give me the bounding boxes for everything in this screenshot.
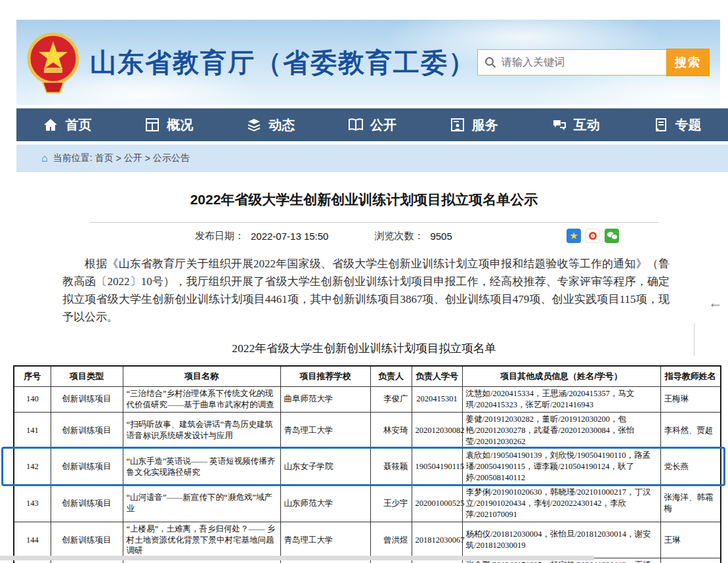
col-header-leader: 负责人	[370, 366, 412, 387]
search-input[interactable]	[502, 56, 660, 68]
col-header-members: 项目其他成员信息（姓名/学号）	[462, 366, 660, 387]
cell-title: “三治结合”乡村治理体系下传统文化的现代价值研究——基于曲阜市武家村的调查	[123, 387, 280, 413]
article-meta: 发布日期： 2022-07-13 15:50 浏览次数： 9505 ★	[90, 229, 658, 243]
nav-item-interaction[interactable]: 互动	[525, 108, 626, 141]
nav-item-services[interactable]: 服务	[423, 108, 525, 141]
service-icon	[450, 117, 465, 133]
cell-leader-id: 190504190115	[412, 449, 462, 485]
topics-icon	[653, 117, 669, 133]
cell-leader-id: 2020415301	[412, 387, 462, 413]
breadcrumb-link-home[interactable]: 首页	[95, 152, 113, 164]
search-box	[477, 49, 666, 76]
cell-school: 青岛理工大学	[280, 412, 370, 449]
divider	[90, 222, 658, 223]
col-header-school: 项目推荐学校	[280, 366, 370, 387]
nav-item-home[interactable]: 首页	[16, 108, 118, 141]
col-header-index: 序号	[14, 366, 51, 387]
projects-table: 序号 项目类型 项目名称 项目推荐学校 负责人 负责人学号 项目其他成员信息（姓…	[13, 365, 721, 563]
table-row-highlighted[interactable]: 142 创新训练项目 “山东手造”英语说—— 英语短视频传播齐鲁文化实现路径研究…	[14, 449, 721, 485]
search-button[interactable]: 搜索	[666, 49, 710, 76]
cell-leader-id: 202012030082	[412, 412, 462, 449]
table-row[interactable]: 144 创新训练项目 “上楼易”，土难离，吾乡归何处？—— 乡村土地资源优化背景…	[14, 522, 721, 558]
national-emblem-logo	[27, 31, 79, 94]
cell-leader: 林安琦	[370, 412, 412, 449]
views-label: 浏览次数：	[374, 230, 423, 242]
nav-label: 服务	[472, 116, 498, 134]
cell-leader: 李俊广	[370, 387, 412, 413]
cell-leader-id: 202001000525	[412, 485, 462, 522]
cell-type: 创新训练项目	[51, 387, 123, 413]
cell-index: 140	[14, 387, 51, 413]
breadcrumb-home-icon: ⌂	[41, 152, 48, 164]
table-row[interactable]: 141 创新训练项目 “扫码听故事、建筑会讲话”青岛历史建筑语音标识系统研发设计…	[14, 412, 721, 449]
qzone-share-icon[interactable]: ★	[567, 229, 581, 243]
cell-leader: 聂筱颖	[370, 449, 412, 485]
nav-label: 动态	[268, 116, 295, 134]
collapse-arrow-icon[interactable]: ←	[708, 296, 723, 310]
nav-label: 互动	[574, 116, 600, 134]
breadcrumb-separator: >	[116, 153, 121, 164]
site-title: 山东省教育厅（省委教育工委）	[90, 45, 476, 81]
publish-date-value: 2022-07-13 15:50	[251, 231, 328, 242]
news-stack-icon	[246, 117, 262, 133]
page-title: 2022年省级大学生创新创业训练计划项目拟立项名单公示	[0, 191, 728, 209]
breadcrumb-prefix: 当前位置:	[53, 152, 93, 164]
horizontal-scrollbar[interactable]	[0, 556, 594, 560]
cell-members: 沈慧如/2020415334，王思涵/2020415357，马文琪/202041…	[462, 387, 660, 413]
cell-type: 创新训练项目	[51, 449, 123, 485]
cell-members: 杨柏仪/201812030004，张怡旦/201812030014，谢安筑/20…	[462, 522, 660, 558]
breadcrumb-link-disclosure[interactable]: 公开	[124, 152, 142, 164]
nav-item-disclosure[interactable]: 公开	[322, 108, 423, 141]
overview-icon	[144, 117, 160, 133]
cell-type: 创新训练项目	[51, 485, 123, 522]
nav-item-topics[interactable]: 专题	[626, 108, 728, 141]
views-value: 9505	[430, 231, 452, 242]
table-caption: 2022年省级大学生创新创业训练计划项目拟立项名单	[0, 340, 728, 356]
nav-label: 概况	[167, 116, 193, 134]
cell-leader: 王少宇	[370, 485, 412, 522]
interaction-icon	[551, 117, 567, 133]
cell-teacher: 党长燕	[660, 449, 721, 485]
cell-school: 青岛理工大学	[280, 522, 370, 558]
col-header-teacher: 指导教师姓名	[660, 366, 721, 387]
col-header-title: 项目名称	[123, 366, 280, 387]
cell-index: 144	[14, 522, 51, 558]
col-header-leader-id: 负责人学号	[412, 366, 462, 387]
cell-type: 创新训练项目	[51, 412, 123, 449]
nav-item-dynamics[interactable]: 动态	[220, 108, 322, 141]
cell-members: 姜健/201912030282，董昕/201912030200，包艳/20201…	[462, 412, 660, 449]
table-row[interactable]: 140 创新训练项目 “三治结合”乡村治理体系下传统文化的现代价值研究——基于曲…	[14, 387, 721, 413]
nav-item-overview[interactable]: 概况	[118, 108, 220, 141]
cell-members: 李梦俐/201901020630，韩晓瑾/202101000217，丁汉立/20…	[462, 485, 660, 522]
cell-title: “山河遗音”——新宣传下的“濒危戏”域产业	[123, 485, 280, 522]
table-row[interactable]: 143 创新训练项目 “山河遗音”——新宣传下的“濒危戏”域产业 山东师范大学 …	[14, 485, 721, 522]
nav-label: 公开	[370, 116, 396, 134]
wechat-share-icon[interactable]	[605, 229, 619, 243]
side-scrollbar[interactable]	[694, 323, 695, 356]
cell-school: 山东师范大学	[280, 485, 370, 522]
site-header: 山东省教育厅（省委教育工委） 搜索	[16, 20, 720, 105]
cell-teacher: 王梅琳	[660, 387, 721, 413]
cell-teacher: 张海洋、韩霜梅	[660, 485, 721, 522]
table-header-row: 序号 项目类型 项目名称 项目推荐学校 负责人 负责人学号 项目其他成员信息（姓…	[14, 366, 721, 387]
open-book-icon	[348, 117, 364, 133]
breadcrumb-separator: >	[145, 153, 150, 164]
main-nav: 首页 概况 动态 公开 服务 互动 专题	[16, 108, 728, 141]
cell-index: 143	[14, 485, 51, 522]
cell-index: 142	[14, 449, 51, 485]
breadcrumb-link-announcements[interactable]: 公示公告	[153, 152, 190, 164]
cell-school: 曲阜师范大学	[280, 387, 370, 413]
nav-label: 专题	[675, 116, 702, 134]
cell-teacher: 王建达	[660, 558, 721, 563]
breadcrumb: ⌂ 当前位置: 首页 > 公开 > 公示公告	[16, 145, 728, 172]
cell-school: 山东女子学院	[280, 449, 370, 485]
cell-title: “上楼易”，土难离，吾乡归何处？—— 乡村土地资源优化背景下景中村宅基地问题调研	[123, 522, 280, 558]
col-header-type: 项目类型	[51, 366, 123, 387]
cell-title: “扫码听故事、建筑会讲话”青岛历史建筑语音标识系统研发设计与应用	[123, 412, 280, 449]
cell-leader-id: 201812030067	[412, 522, 462, 558]
cell-teacher: 李科然、贾超	[660, 412, 721, 449]
site-search: 搜索	[477, 49, 710, 76]
weibo-share-icon[interactable]	[586, 229, 600, 243]
nav-label: 首页	[65, 116, 91, 134]
article-body-paragraph: 根据《山东省教育厅关于组织开展2022年国家级、省级大学生创新业训练计划立项申报…	[62, 255, 670, 326]
